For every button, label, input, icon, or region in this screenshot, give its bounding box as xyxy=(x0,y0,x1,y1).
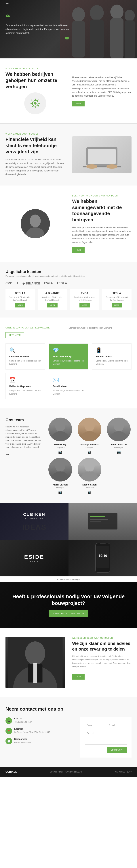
svg-text:10:10: 10:10 xyxy=(99,554,107,558)
diensten-label: Onze beleving van wereldkwaliteit xyxy=(5,327,68,329)
klant-btn-crolla[interactable]: MEER xyxy=(15,303,25,307)
toon-circle-img xyxy=(21,209,50,238)
svg-point-26 xyxy=(84,460,94,472)
submit-btn[interactable]: VERZENDEN xyxy=(107,747,127,753)
email-input[interactable] xyxy=(107,722,127,728)
instagram-icon-nicole[interactable]: 📷 xyxy=(87,490,91,494)
team-title: Ons team xyxy=(5,417,42,422)
svg-point-13 xyxy=(86,164,98,169)
location-text: 24 Street Name, Town/City, State 12345 xyxy=(14,731,50,734)
klant-desc-binance: Sample text, Click to select the Text El… xyxy=(40,296,64,302)
footer: CUBIKEN 24 Street Name, Town/City, State… xyxy=(0,767,137,777)
phone-icon: 📞 xyxy=(5,717,12,724)
klant-card-tesla: TESLA Sample text, Click to select the T… xyxy=(102,289,132,310)
footer-logo: CUBIKEN xyxy=(5,770,17,773)
logo-tesla: TESLA xyxy=(57,282,67,285)
hours-icon: 🕐 xyxy=(5,738,12,744)
professionals-title: Heeft u professionals nodig voor uw volg… xyxy=(5,593,132,607)
dienst-online-onderzoek: 🔍 Online onderzoek Sample text, Click to… xyxy=(5,343,45,370)
svg-point-19 xyxy=(51,431,70,441)
toon-left xyxy=(5,209,65,238)
instagram-icon-maria[interactable]: 📷 xyxy=(58,490,62,494)
toonaangevende-section: Bekijk wat wij voor u kunnen doen We heb… xyxy=(0,186,137,262)
financieel-right xyxy=(72,136,132,173)
advies-subtitle: We hebben bedrijven geholpen xyxy=(72,637,132,639)
phone-text: +31 (0)20 123 4567 xyxy=(14,720,32,723)
location-label: Location xyxy=(14,727,50,730)
klant-btn-binance[interactable]: MEER xyxy=(47,303,58,307)
svg-rect-36 xyxy=(100,543,106,544)
klant-logo-binance: ◈ BINANCE xyxy=(40,291,64,294)
sociale-media-desc: Sample text, Click to select the Text El… xyxy=(96,359,128,366)
nav: ☰ xyxy=(0,0,137,10)
hamburger-icon[interactable]: ☰ xyxy=(5,3,9,7)
omzet-title: We hebben bedrijven geholpen hun omzet t… xyxy=(5,71,65,90)
financieel-label: Werk samen voor succes xyxy=(5,133,65,135)
member-name-steve: Steve Hudson xyxy=(106,443,132,446)
portfolio-section: CUBIKEN KITCHEN STORE IDEAS ESIDE xyxy=(0,503,137,582)
klant-desc-evga: Sample text, Click to select the Text El… xyxy=(73,296,97,302)
portfolio-brand-cubiken: CUBIKEN KITCHEN STORE IDEAS xyxy=(22,512,46,531)
hero-content: ❝ Duis aute irure dolor in reprehenderit… xyxy=(5,13,70,45)
hero-text: Duis aute irure dolor in reprehenderit i… xyxy=(5,24,70,35)
klanten-cards: CROLLA Sample text, Click to select the … xyxy=(5,289,132,310)
klanten-subtitle: Paragraaf Lorem ipsum dolor sit amet, co… xyxy=(5,275,132,277)
online-onderzoek-desc: Sample text, Click to select the Text El… xyxy=(9,359,41,366)
advies-right: We hebben bedrijven geholpen We zijn kla… xyxy=(72,637,132,680)
contact-layout: 📞 Call Us +31 (0)20 123 4567 📍 Location … xyxy=(5,717,132,757)
phone-mockup: 10:10 xyxy=(92,541,114,575)
gear-icon-wrapper xyxy=(24,92,46,114)
instagram-icon-natasja[interactable]: 📷 xyxy=(87,450,91,454)
bellen-afspraken-title: Bellen & Afspraken xyxy=(9,385,41,388)
contact-form: VERZENDEN xyxy=(80,717,132,757)
instagram-icon-mike[interactable]: 📷 xyxy=(58,450,62,454)
toon-btn[interactable]: HIER xyxy=(72,247,85,253)
hands-image xyxy=(72,136,132,173)
svg-point-24 xyxy=(55,460,65,472)
emailbeheer-title: E-mailbeheer xyxy=(53,385,85,388)
footer-hours: Ma–Vr: 9:00 – 18:00 xyxy=(115,771,132,773)
omzet-right: Hoewel we met het eerste schoonmaakbedri… xyxy=(72,75,132,106)
svg-rect-29 xyxy=(90,516,105,517)
website-ontwerp-icon: 💎 xyxy=(53,347,85,353)
omzet-btn[interactable]: HIER xyxy=(72,101,85,106)
klant-btn-tesla[interactable]: MEER xyxy=(112,303,122,307)
member-role-steve: Developer xyxy=(106,446,132,448)
advies-person-image xyxy=(5,637,65,688)
hours-label: Kantooruren xyxy=(14,738,31,740)
bellen-afspraken-icon: 📅 xyxy=(9,377,41,383)
svg-rect-7 xyxy=(125,21,135,58)
svg-rect-30 xyxy=(90,518,112,518)
team-member-natasja: Natasja Ivanova Designer 📷 xyxy=(77,417,102,454)
name-input[interactable] xyxy=(85,722,105,728)
contact-phone-item: 📞 Call Us +31 (0)20 123 4567 xyxy=(5,717,75,724)
toon-text: Uitzonderlijk omzet en capaciteit met ta… xyxy=(72,226,132,244)
professionals-contact-btn[interactable]: NEEM CONTACT MET ONS OP xyxy=(49,610,88,617)
member-name-maria: Maria Larson xyxy=(48,483,73,486)
member-role-mike: Originator xyxy=(48,446,73,448)
dienst-sociale-media: 📱 Sociale media Sample text, Click to se… xyxy=(92,343,132,370)
bellen-afspraken-desc: Sample text, Click to select the Text El… xyxy=(9,389,41,396)
advies-btn[interactable]: HIER xyxy=(72,674,85,680)
svg-rect-41 xyxy=(33,663,37,683)
team-arrow-icon[interactable]: → xyxy=(5,452,10,457)
portfolio-brand-ideas xyxy=(85,507,121,536)
svg-point-22 xyxy=(114,420,124,432)
member-name-mike: Mike Perry xyxy=(48,443,73,446)
instagram-icon-steve[interactable]: 📷 xyxy=(117,450,121,454)
team-section: Ons team Hoewel we met het eerste schoon… xyxy=(0,408,137,503)
member-photo-nicole xyxy=(78,458,101,482)
diensten-header-left: Onze beleving van wereldkwaliteit LEES M… xyxy=(5,327,68,338)
online-onderzoek-title: Online onderzoek xyxy=(9,355,41,358)
contact-section: Neem contact met ons op 📞 Call Us +31 (0… xyxy=(0,697,137,767)
svg-point-9 xyxy=(34,102,36,104)
klant-btn-evga[interactable]: MEER xyxy=(79,303,90,307)
klant-logo-tesla: TESLA xyxy=(105,291,129,294)
website-ontwerp-desc: Sample text, Click to select the Text El… xyxy=(53,359,85,366)
financieel-text: Uitzonderlijk omzet en capaciteit met ta… xyxy=(5,158,65,176)
lees-meer-btn[interactable]: LEES MEER xyxy=(5,332,24,338)
message-textarea[interactable] xyxy=(85,730,127,745)
footer-address: 24 Street Name, Town/City, State 12345 xyxy=(50,771,82,773)
portfolio-item-phone: 10:10 xyxy=(68,540,137,577)
omzet-text: Hoewel we met het eerste schoonmaakbedri… xyxy=(72,75,132,98)
